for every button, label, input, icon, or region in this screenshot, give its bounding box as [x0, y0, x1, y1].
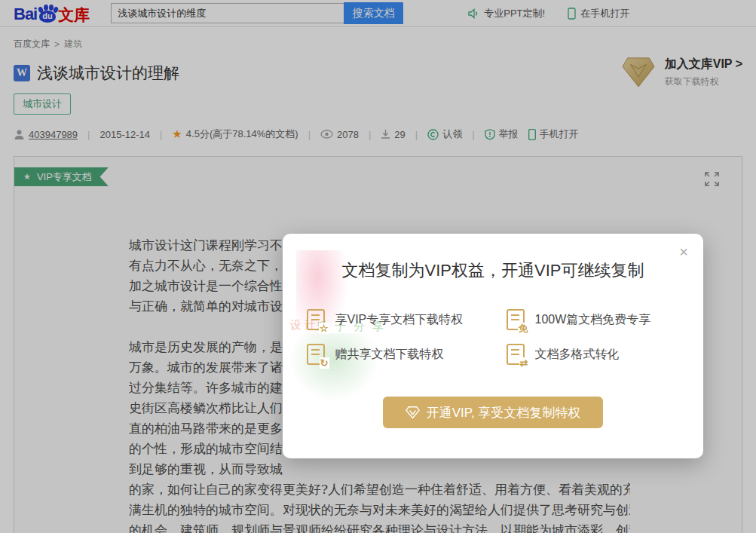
- vip-feature-item: 免100W篇文档免费专享: [507, 309, 680, 330]
- open-vip-button[interactable]: 开通VIP, 享受文档复制特权: [383, 397, 604, 428]
- vip-features: ☆享VIP专享文档下载特权免100W篇文档免费专享↻赠共享文档下载特权⇄文档多格…: [283, 309, 703, 365]
- feature-badge-icon: 免: [518, 323, 529, 334]
- modal-title: 文档复制为VIP权益，开通VIP可继续复制: [283, 259, 703, 282]
- feature-label: 享VIP专享文档下载特权: [335, 312, 464, 328]
- gold-document-icon: 免: [507, 309, 525, 330]
- vip-feature-item: ☆享VIP专享文档下载特权: [307, 309, 499, 330]
- vip-gem-icon: [406, 406, 420, 419]
- feature-badge-icon: ⇄: [519, 357, 529, 369]
- feature-badge-icon: ↻: [320, 357, 329, 369]
- vip-feature-item: ↻赠共享文档下载特权: [307, 344, 499, 365]
- gold-document-icon: ↻: [307, 344, 325, 365]
- gold-document-icon: ⇄: [507, 344, 525, 365]
- open-vip-button-label: 开通VIP, 享受文档复制特权: [427, 404, 581, 421]
- close-icon[interactable]: ×: [679, 244, 688, 259]
- feature-badge-icon: ☆: [319, 323, 329, 334]
- feature-label: 赠共享文档下载特权: [335, 347, 444, 363]
- vip-copy-modal: 设计 乐于分享 × 文档复制为VIP权益，开通VIP可继续复制 ☆享VIP专享文…: [283, 234, 703, 458]
- feature-label: 100W篇文档免费专享: [535, 312, 651, 328]
- feature-label: 文档多格式转化: [535, 347, 620, 363]
- vip-feature-item: ⇄文档多格式转化: [507, 344, 680, 365]
- gold-document-icon: ☆: [307, 309, 325, 330]
